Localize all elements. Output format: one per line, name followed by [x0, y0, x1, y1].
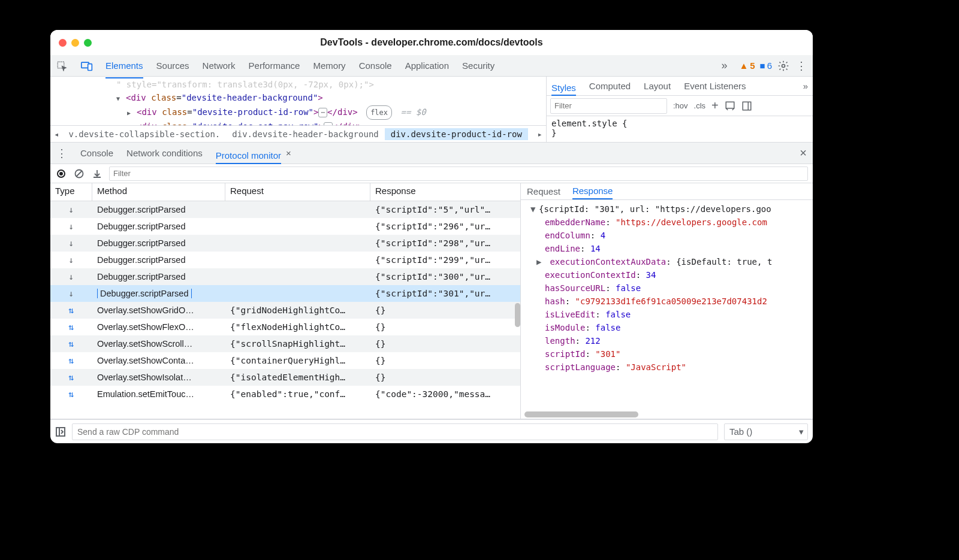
json-property[interactable]: isModule: false [524, 321, 813, 334]
table-scrollbar-thumb[interactable] [515, 303, 520, 327]
styles-tab-layout[interactable]: Layout [644, 78, 671, 94]
minimize-window[interactable] [71, 39, 79, 47]
protocol-row[interactable]: ⇅Overlay.setShowIsolat…{"isolatedElement… [50, 369, 520, 386]
protocol-row[interactable]: ↓Debugger.scriptParsed{"scriptId":"300",… [50, 268, 520, 285]
drawer-more-icon[interactable]: ⋮ [56, 147, 67, 160]
json-root[interactable]: ▼{scriptId: "301", url: "https://develop… [524, 202, 813, 216]
breadcrumb-item[interactable]: div.devsite-header-background [226, 128, 384, 140]
save-icon[interactable] [91, 169, 103, 178]
protocol-detail-tabs: RequestResponse [521, 183, 813, 200]
breadcrumb-item[interactable]: v.devsite-collapsible-section. [62, 128, 226, 140]
dom-node[interactable]: <div class="devsite-product-id-row">⋯</d… [50, 105, 546, 120]
clear-icon[interactable] [73, 169, 85, 178]
ellipsis-icon[interactable]: ⋯ [318, 108, 327, 117]
styles-more-tabs-icon[interactable]: » [803, 81, 808, 91]
cls-toggle[interactable]: .cls [694, 101, 706, 110]
computed-styles-icon[interactable] [725, 101, 735, 111]
warnings-count[interactable]: ▲ 5 [739, 60, 755, 71]
main-tab-sources[interactable]: Sources [156, 57, 189, 74]
main-tab-elements[interactable]: Elements [105, 57, 143, 78]
json-property[interactable]: isLiveEdit: false [524, 308, 813, 321]
expand-editor-icon[interactable] [55, 426, 66, 437]
hov-toggle[interactable]: :hov [673, 101, 688, 110]
flex-badge[interactable]: flex [366, 105, 392, 120]
breadcrumb-scroll-left[interactable]: ◂ [50, 129, 62, 139]
col-method[interactable]: Method [92, 183, 225, 201]
styles-tab-event-listeners[interactable]: Event Listeners [684, 78, 746, 94]
issues-count[interactable]: ■ 6 [760, 60, 772, 71]
inspect-icon[interactable] [55, 59, 68, 72]
breadcrumb-scroll-right[interactable]: ▸ [534, 129, 546, 139]
more-menu-icon[interactable]: ⋮ [795, 59, 808, 72]
protocol-row[interactable]: ↓Debugger.scriptParsed{"scriptId":"298",… [50, 235, 520, 252]
col-response[interactable]: Response [370, 183, 520, 201]
styles-tabs: StylesComputedLayoutEvent Listeners» [547, 77, 813, 96]
main-tab-application[interactable]: Application [405, 57, 449, 74]
maximize-window[interactable] [84, 39, 92, 47]
json-property[interactable]: endLine: 14 [524, 242, 813, 255]
main-tab-console[interactable]: Console [359, 57, 392, 74]
drawer-tab-network-conditions[interactable]: Network conditions [126, 144, 203, 162]
json-property[interactable]: embedderName: "https://developers.google… [524, 216, 813, 229]
protocol-monitor-body: Type Method Request Response ↓Debugger.s… [50, 183, 813, 419]
protocol-row[interactable]: ↓Debugger.scriptParsed{"scriptId":"299",… [50, 252, 520, 268]
detail-tab-request[interactable]: Request [527, 186, 560, 196]
new-style-rule-icon[interactable]: + [711, 99, 719, 113]
dom-node[interactable]: <div class="devsite-doc-set-nav-row">⋯</… [50, 120, 546, 125]
close-window[interactable] [59, 39, 67, 47]
main-tab-network[interactable]: Network [203, 57, 236, 74]
main-tab-memory[interactable]: Memory [313, 57, 345, 74]
json-property[interactable]: hasSourceURL: false [524, 281, 813, 295]
protocol-row[interactable]: ↓Debugger.scriptParsed{"scriptId":"301",… [50, 285, 520, 302]
dom-node[interactable]: " style="transform: translate3d(0px, -72… [50, 78, 546, 91]
device-toolbar-icon[interactable] [80, 59, 94, 72]
protocol-table[interactable]: Type Method Request Response ↓Debugger.s… [50, 183, 521, 419]
json-property[interactable]: length: 212 [524, 334, 813, 347]
drawer-tab-protocol-monitor[interactable]: Protocol monitor [216, 147, 281, 164]
toggle-sidebar-icon[interactable] [741, 101, 752, 111]
protocol-row[interactable]: ⇅Overlay.setShowGridO…{"gridNodeHighligh… [50, 302, 520, 319]
svg-line-10 [76, 171, 82, 177]
json-property[interactable]: scriptLanguage: "JavaScript" [524, 361, 813, 374]
json-property[interactable]: executionContextId: 34 [524, 268, 813, 281]
drawer-close-icon[interactable]: × [800, 146, 807, 160]
json-property[interactable]: hash: "c9792133d1fe6f91ca05009e213e7d074… [524, 295, 813, 308]
main-tab-performance[interactable]: Performance [249, 57, 300, 74]
protocol-monitor-toolbar [50, 164, 813, 183]
close-tab-icon[interactable]: × [286, 148, 291, 158]
main-tab-security[interactable]: Security [462, 57, 494, 74]
json-property[interactable]: scriptId: "301" [524, 347, 813, 361]
styles-filter-input[interactable] [550, 98, 667, 114]
protocol-row[interactable]: ↓Debugger.scriptParsed{"scriptId":"5","u… [50, 201, 520, 218]
protocol-row[interactable]: ⇅Overlay.setShowFlexO…{"flexNodeHighligh… [50, 319, 520, 335]
json-property[interactable]: ▶ executionContextAuxData: {isDefault: t… [524, 255, 813, 268]
col-type[interactable]: Type [50, 183, 92, 201]
dom-node[interactable]: <div class="devsite-header-background"> [50, 91, 546, 105]
col-request[interactable]: Request [225, 183, 370, 201]
styles-body[interactable]: element.style { } [547, 116, 813, 140]
target-tab-select[interactable]: Tab () [724, 423, 808, 440]
json-scrollbar-thumb[interactable] [524, 411, 638, 417]
element-style-rule: element.style { [551, 119, 808, 128]
styles-tab-styles[interactable]: Styles [551, 80, 576, 96]
record-icon[interactable] [55, 169, 67, 178]
protocol-detail-pane: RequestResponse ▼{scriptId: "301", url: … [521, 183, 813, 419]
drawer-tab-console[interactable]: Console [80, 144, 113, 162]
protocol-table-header: Type Method Request Response [50, 183, 520, 201]
titlebar: DevTools - developer.chrome.com/docs/dev… [50, 30, 813, 55]
protocol-row[interactable]: ⇅Emulation.setEmitTouc…{"enabled":true,"… [50, 386, 520, 402]
styles-tab-computed[interactable]: Computed [589, 78, 631, 94]
cdp-command-input[interactable] [72, 423, 718, 440]
protocol-row[interactable]: ⇅Overlay.setShowScroll…{"scrollSnapHighl… [50, 335, 520, 352]
response-json-tree[interactable]: ▼{scriptId: "301", url: "https://develop… [521, 200, 813, 419]
protocol-row[interactable]: ↓Debugger.scriptParsed{"scriptId":"296",… [50, 218, 520, 235]
more-tabs-icon[interactable]: » [721, 59, 727, 72]
breadcrumb-item[interactable]: div.devsite-product-id-row [385, 128, 528, 140]
settings-icon[interactable] [777, 59, 790, 72]
protocol-filter-input[interactable] [109, 167, 808, 181]
dom-tree[interactable]: … " style="transform: translate3d(0px, -… [50, 77, 546, 142]
detail-tab-response[interactable]: Response [572, 186, 613, 199]
json-property[interactable]: endColumn: 4 [524, 229, 813, 242]
drawer-tabstrip: ⋮ ConsoleNetwork conditionsProtocol moni… [50, 143, 813, 164]
protocol-row[interactable]: ⇅Overlay.setShowConta…{"containerQueryHi… [50, 352, 520, 369]
